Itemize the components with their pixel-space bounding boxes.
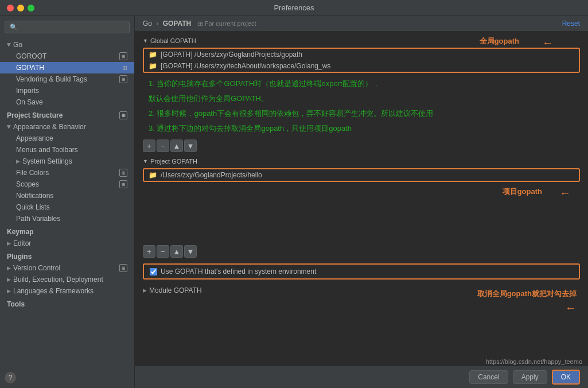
help-button[interactable]: ? bbox=[5, 372, 16, 383]
move-down-global-path-button[interactable]: ▼ bbox=[184, 139, 197, 152]
module-icon-fc: ⊞ bbox=[119, 169, 127, 177]
sidebar-item-version-control[interactable]: ▶ Version Control ⊞ bbox=[0, 262, 134, 274]
nav-section: ▶ Go GOROOT ⊞ GOPATH ⊞ Vendoring & Build… bbox=[0, 38, 134, 311]
global-gopath-label: ▼ Global GOPATH bbox=[143, 37, 580, 44]
apply-button[interactable]: Apply bbox=[513, 370, 547, 384]
checkbox-row: Use GOPATH that's defined in system envi… bbox=[143, 263, 580, 280]
breadcrumb: Go › GOPATH ⊞ For current project bbox=[143, 20, 256, 28]
folder-icon-1: 📁 bbox=[149, 51, 157, 59]
window-controls[interactable] bbox=[7, 5, 34, 11]
module-gopath-section[interactable]: ▶ Module GOPATH bbox=[143, 284, 580, 297]
move-up-global-path-button[interactable]: ▲ bbox=[170, 139, 183, 152]
chevron-icon-lf: ▶ bbox=[7, 288, 11, 294]
window-title: Preferences bbox=[274, 3, 314, 12]
sidebar-item-plugins[interactable]: Plugins bbox=[0, 249, 134, 262]
minimize-button[interactable] bbox=[17, 5, 24, 11]
sidebar-item-editor[interactable]: ▶ Editor bbox=[0, 238, 134, 249]
global-path-item-2[interactable]: 📁 [GOPATH] /Users/zxy/techAbout/workspac… bbox=[144, 60, 579, 72]
sidebar-item-system-settings[interactable]: ▶ System Settings bbox=[0, 156, 134, 167]
move-down-project-path-button[interactable]: ▼ bbox=[184, 245, 197, 258]
sidebar-item-go[interactable]: ▶ Go bbox=[0, 39, 134, 51]
move-up-project-path-button[interactable]: ▲ bbox=[170, 245, 183, 258]
title-bar: Preferences bbox=[0, 0, 588, 16]
global-gopath-list: 📁 [GOPATH] /Users/zxy/GoglandProjects/go… bbox=[143, 48, 580, 73]
breadcrumb-parent: Go bbox=[143, 20, 152, 28]
main-layout: 🔍 ▶ Go GOROOT ⊞ GOPATH ⊞ Vendoring & Bui… bbox=[0, 16, 588, 388]
watermark: https://blog.csdn.net/happy_teemo bbox=[486, 358, 582, 365]
sidebar-item-path-variables[interactable]: Path Variables bbox=[0, 213, 134, 224]
breadcrumb-subtitle: ⊞ For current project bbox=[198, 20, 256, 27]
maximize-button[interactable] bbox=[28, 5, 34, 11]
breadcrumb-bar: Go › GOPATH ⊞ For current project Reset bbox=[135, 16, 588, 32]
sidebar-item-vendoring[interactable]: Vendoring & Build Tags ⊞ bbox=[0, 73, 134, 85]
module-icon-sc: ⊞ bbox=[119, 180, 127, 188]
global-gopath-toolbar: + − ▲ ▼ bbox=[143, 139, 580, 152]
chevron-icon-module: ▶ bbox=[143, 288, 147, 293]
close-button[interactable] bbox=[7, 5, 14, 11]
sidebar-item-tools[interactable]: Tools bbox=[0, 297, 134, 310]
sidebar-item-build-execution[interactable]: ▶ Build, Execution, Deployment bbox=[0, 274, 134, 285]
sidebar-item-appearance[interactable]: Appearance bbox=[0, 133, 134, 144]
module-icon-vc: ⊞ bbox=[119, 264, 127, 272]
sidebar-item-gopath[interactable]: GOPATH ⊞ bbox=[0, 62, 134, 73]
module-icon-ps: ⊞ bbox=[119, 111, 127, 119]
arrow-cancel: ← bbox=[565, 301, 577, 315]
add-global-path-button[interactable]: + bbox=[143, 139, 155, 152]
remove-project-path-button[interactable]: − bbox=[157, 245, 169, 258]
folder-icon-2: 📁 bbox=[149, 62, 157, 70]
add-project-path-button[interactable]: + bbox=[143, 245, 155, 258]
project-gopath-label: ▼ Project GOPATH bbox=[143, 158, 580, 165]
chevron-icon-ss: ▶ bbox=[16, 158, 20, 164]
sidebar-item-goroot[interactable]: GOROOT ⊞ bbox=[0, 51, 134, 62]
sidebar-item-notifications[interactable]: Notifications bbox=[0, 190, 134, 201]
module-icon-gopath: ⊞ bbox=[122, 64, 127, 72]
reset-button[interactable]: Reset bbox=[562, 20, 580, 28]
sidebar-item-languages[interactable]: ▶ Languages & Frameworks bbox=[0, 285, 134, 297]
project-path-item-1[interactable]: 📁 /Users/zxy/GoglandProjects/hello bbox=[144, 169, 579, 181]
checkbox-label: Use GOPATH that's defined in system envi… bbox=[161, 267, 316, 276]
annotation-text: 1. 当你的电脑存在多个GOPATH时（也就是通过终端export配置的）， 默… bbox=[149, 77, 580, 135]
sidebar-item-file-colors[interactable]: File Colors ⊞ bbox=[0, 167, 134, 179]
project-gopath-list: 📁 /Users/zxy/GoglandProjects/hello bbox=[143, 168, 580, 182]
sidebar-item-imports[interactable]: Imports bbox=[0, 85, 134, 96]
project-gopath-toolbar: + − ▲ ▼ bbox=[143, 245, 580, 258]
sidebar-item-appearance-behavior[interactable]: ▶ Appearance & Behavior bbox=[0, 121, 134, 133]
chevron-icon-vc: ▶ bbox=[7, 265, 11, 271]
breadcrumb-current: GOPATH bbox=[163, 20, 192, 28]
chevron-icon-ed: ▶ bbox=[7, 240, 11, 246]
content-scroll: ▼ Global GOPATH 📁 [GOPATH] /Users/zxy/Go… bbox=[135, 32, 588, 366]
cancel-button[interactable]: Cancel bbox=[469, 370, 508, 384]
spacer bbox=[143, 185, 580, 243]
global-path-item-1[interactable]: 📁 [GOPATH] /Users/zxy/GoglandProjects/go… bbox=[144, 49, 579, 60]
module-icon: ⊞ bbox=[119, 52, 127, 60]
module-icon-vendoring: ⊞ bbox=[119, 75, 127, 83]
use-gopath-checkbox[interactable] bbox=[150, 268, 157, 276]
chevron-icon: ▶ bbox=[6, 43, 12, 47]
search-input[interactable] bbox=[20, 23, 124, 31]
sidebar-item-scopes[interactable]: Scopes ⊞ bbox=[0, 179, 134, 190]
folder-icon-3: 📁 bbox=[149, 171, 157, 179]
sidebar-item-project-structure[interactable]: Project Structure ⊞ bbox=[0, 108, 134, 121]
sidebar-item-keymap[interactable]: Keymap bbox=[0, 224, 134, 238]
remove-global-path-button[interactable]: − bbox=[157, 139, 169, 152]
bottom-bar: https://blog.csdn.net/happy_teemo Cancel… bbox=[135, 366, 588, 388]
chevron-icon-be: ▶ bbox=[7, 277, 11, 282]
ok-button[interactable]: OK bbox=[552, 370, 580, 385]
sidebar-item-quick-lists[interactable]: Quick Lists bbox=[0, 201, 134, 213]
chevron-icon-ab: ▶ bbox=[6, 125, 12, 129]
search-box[interactable]: 🔍 bbox=[5, 21, 130, 33]
content-area: Go › GOPATH ⊞ For current project Reset … bbox=[135, 16, 588, 388]
sidebar-item-onsave[interactable]: On Save bbox=[0, 96, 134, 108]
search-icon: 🔍 bbox=[10, 24, 18, 31]
sidebar: 🔍 ▶ Go GOROOT ⊞ GOPATH ⊞ Vendoring & Bui… bbox=[0, 16, 135, 388]
sidebar-item-menus[interactable]: Menus and Toolbars bbox=[0, 144, 134, 156]
